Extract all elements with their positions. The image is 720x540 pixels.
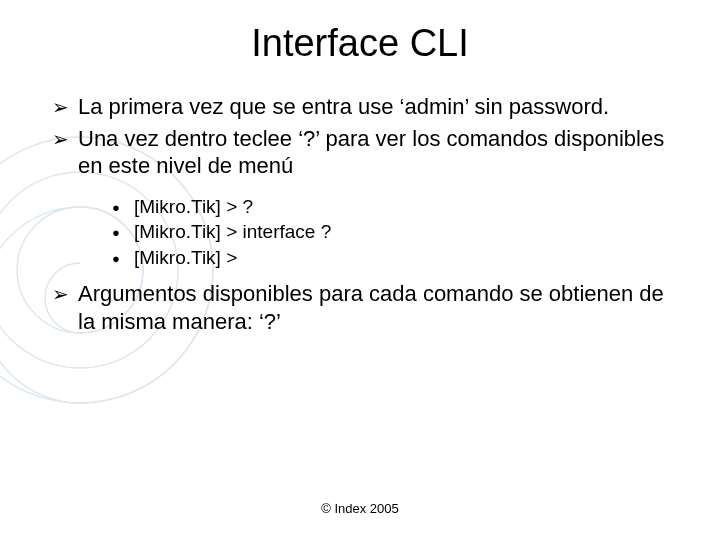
sub-bullet-group: ● [Mikro.Tik] > ? ● [Mikro.Tik] > interf… xyxy=(52,184,680,281)
bullet-text: Una vez dentro teclee ‘?’ para ver los c… xyxy=(78,125,680,180)
bullet-level1: ➢ Una vez dentro teclee ‘?’ para ver los… xyxy=(52,125,680,180)
bullet-level2: ● [Mikro.Tik] > xyxy=(112,245,680,271)
arrow-bullet-icon: ➢ xyxy=(52,280,78,335)
bullet-text: [Mikro.Tik] > interface ? xyxy=(134,219,680,245)
bullet-text: Argumentos disponibles para cada comando… xyxy=(78,280,680,335)
bullet-level2: ● [Mikro.Tik] > interface ? xyxy=(112,219,680,245)
bullet-text: [Mikro.Tik] > ? xyxy=(134,194,680,220)
bullet-text: [Mikro.Tik] > xyxy=(134,245,680,271)
slide-body: ➢ La primera vez que se entra use ‘admin… xyxy=(40,93,680,335)
dot-bullet-icon: ● xyxy=(112,194,134,220)
bullet-text: La primera vez que se entra use ‘admin’ … xyxy=(78,93,680,121)
dot-bullet-icon: ● xyxy=(112,245,134,271)
arrow-bullet-icon: ➢ xyxy=(52,93,78,121)
arrow-bullet-icon: ➢ xyxy=(52,125,78,180)
bullet-level1: ➢ Argumentos disponibles para cada coman… xyxy=(52,280,680,335)
bullet-level2: ● [Mikro.Tik] > ? xyxy=(112,194,680,220)
slide: Interface CLI ➢ La primera vez que se en… xyxy=(0,0,720,540)
bullet-level1: ➢ La primera vez que se entra use ‘admin… xyxy=(52,93,680,121)
slide-title: Interface CLI xyxy=(40,22,680,65)
footer-copyright: © Index 2005 xyxy=(0,501,720,516)
dot-bullet-icon: ● xyxy=(112,219,134,245)
